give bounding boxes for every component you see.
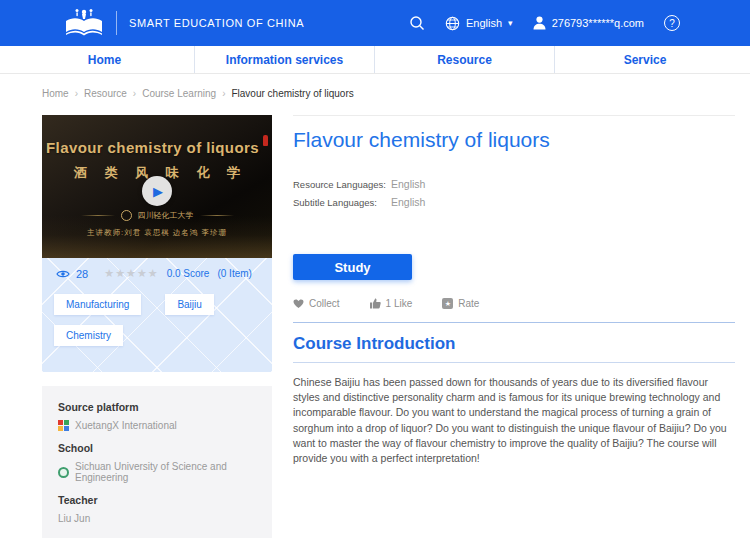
thumbs-up-icon: [370, 298, 381, 309]
language-selector[interactable]: English ▾: [445, 16, 513, 31]
course-introduction-heading: Course Introduction: [293, 334, 735, 354]
chevron-down-icon: ▾: [508, 18, 513, 28]
score-value: 0.0 Score: [167, 268, 210, 279]
score-items: (0 Item): [217, 268, 251, 279]
views-eye-icon: [56, 269, 70, 279]
brand-title: SMART EDUCATION OF CHINA: [129, 17, 304, 29]
source-platform-label: Source platform: [58, 401, 256, 413]
search-icon[interactable]: [409, 15, 425, 31]
subtitle-languages-row: Subtitle Languages: English: [293, 196, 735, 208]
tag-chemistry[interactable]: Chemistry: [54, 325, 123, 346]
page: SMART EDUCATION OF CHINA English ▾: [0, 0, 750, 538]
tag-baijiu[interactable]: Baijiu: [165, 294, 213, 315]
breadcrumb-separator: ›: [133, 88, 136, 99]
collect-button[interactable]: Collect: [293, 298, 340, 309]
thumbnail-teachers: 主讲教师:刘君 袁思棋 边名鸿 李珍珊: [42, 228, 272, 238]
nav-item-resource[interactable]: Resource: [375, 46, 555, 73]
rating-stars[interactable]: ★★★★★: [104, 267, 158, 280]
breadcrumb-resource[interactable]: Resource: [84, 88, 127, 99]
section-separator: [293, 322, 735, 323]
teacher-value: Liu Jun: [58, 513, 256, 524]
source-platform-value: XuetangX International: [75, 420, 177, 431]
resource-languages-label: Resource Languages:: [293, 179, 391, 190]
course-actions: Collect 1 Like ★ Rate: [293, 298, 735, 309]
resource-languages-row: Resource Languages: English: [293, 178, 735, 190]
university-seal-row: 四川轻化工大学: [42, 210, 272, 221]
flourish-left: [81, 215, 115, 216]
like-label: 1 Like: [386, 298, 413, 309]
nav-item-home[interactable]: Home: [15, 46, 195, 73]
thumbnail-title: Flavour chemistry of liquors: [42, 139, 272, 156]
course-detail: Flavour chemistry of liquors Resource La…: [293, 115, 735, 538]
rate-label: Rate: [458, 298, 479, 309]
course-tags: Manufacturing Baijiu Chemistry: [42, 286, 272, 346]
help-icon[interactable]: ?: [664, 15, 680, 31]
school-seal-icon: [58, 467, 69, 478]
nav-item-service[interactable]: Service: [555, 46, 735, 73]
university-name-chinese: 四川轻化工大学: [138, 210, 194, 221]
header-divider: [116, 11, 117, 35]
school-label: School: [58, 442, 256, 454]
bottle-icon: [263, 135, 268, 146]
user-email: 276793******q.com: [552, 17, 644, 29]
main-nav: Home Information services Resource Servi…: [0, 46, 750, 74]
resource-languages-value: English: [391, 178, 425, 190]
breadcrumb-home[interactable]: Home: [42, 88, 69, 99]
course-sidebar: Flavour chemistry of liquors 酒 类 风 味 化 学…: [42, 115, 272, 538]
teacher-label: Teacher: [58, 494, 256, 506]
play-icon: ▶: [153, 184, 163, 199]
like-button[interactable]: 1 Like: [370, 298, 413, 309]
flourish-right: [200, 215, 234, 216]
subtitle-languages-value: English: [391, 196, 425, 208]
site-logo: [64, 7, 104, 39]
university-seal-icon: [121, 210, 132, 221]
course-info-box: Source platform XuetangX International S…: [42, 386, 272, 538]
rate-button[interactable]: ★ Rate: [442, 298, 479, 309]
rate-icon: ★: [442, 298, 453, 309]
user-icon: [533, 16, 546, 30]
breadcrumb-current: Flavour chemistry of liquors: [231, 88, 353, 99]
course-introduction-text: Chinese Baijiu has been passed down for …: [293, 375, 735, 466]
nav-item-information-services[interactable]: Information services: [195, 46, 375, 73]
account-menu[interactable]: 276793******q.com: [533, 16, 644, 30]
subtitle-languages-label: Subtitle Languages:: [293, 197, 391, 208]
play-button[interactable]: ▶: [142, 176, 172, 206]
app-header: SMART EDUCATION OF CHINA English ▾: [0, 0, 750, 46]
course-summary-panel: Flavour chemistry of liquors 酒 类 风 味 化 学…: [42, 115, 272, 372]
views-count: 28: [76, 268, 88, 280]
breadcrumb-separator: ›: [222, 88, 225, 99]
xuetangx-logo-icon: [58, 420, 69, 431]
tag-manufacturing[interactable]: Manufacturing: [54, 294, 141, 315]
source-platform-row: XuetangX International: [58, 420, 256, 431]
school-row: Sichuan University of Science and Engine…: [58, 461, 256, 483]
course-stats: 28 ★★★★★ 0.0 Score (0 Item): [42, 258, 272, 286]
language-info: Resource Languages: English Subtitle Lan…: [293, 178, 735, 208]
heart-icon: [293, 299, 304, 309]
heading-underline: [293, 362, 735, 363]
video-thumbnail[interactable]: Flavour chemistry of liquors 酒 类 风 味 化 学…: [42, 115, 272, 258]
collect-label: Collect: [309, 298, 340, 309]
globe-icon: [445, 16, 460, 31]
main-content: Flavour chemistry of liquors 酒 类 风 味 化 学…: [0, 115, 750, 538]
language-label: English: [466, 17, 502, 29]
study-button[interactable]: Study: [293, 254, 412, 280]
school-value: Sichuan University of Science and Engine…: [75, 461, 256, 483]
header-right: English ▾ 276793******q.com ?: [409, 15, 680, 31]
breadcrumb-course-learning[interactable]: Course Learning: [142, 88, 216, 99]
page-title: Flavour chemistry of liquors: [293, 128, 735, 152]
breadcrumb-separator: ›: [75, 88, 78, 99]
breadcrumb: Home › Resource › Course Learning › Flav…: [42, 88, 750, 99]
